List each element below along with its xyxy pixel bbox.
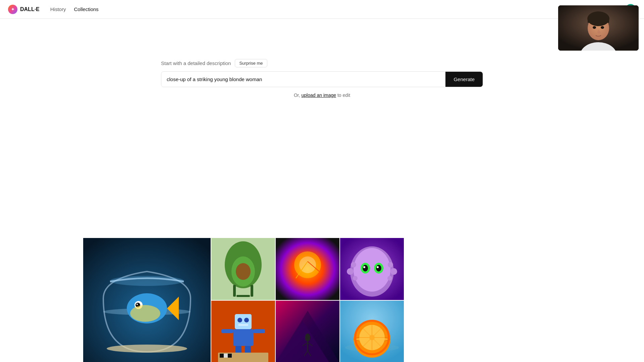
svg-point-46 — [244, 318, 249, 322]
svg-point-76 — [369, 335, 375, 340]
svg-point-45 — [237, 318, 242, 322]
svg-rect-21 — [251, 285, 253, 297]
upload-image-link[interactable]: upload an image — [302, 93, 336, 98]
upload-hint: Or, upload an image to edit — [294, 93, 350, 98]
image-abstract[interactable] — [276, 301, 339, 362]
upload-hint-suffix: to edit — [336, 93, 350, 98]
svg-point-35 — [390, 268, 397, 275]
svg-point-32 — [347, 268, 354, 275]
svg-rect-48 — [233, 329, 253, 346]
svg-rect-56 — [224, 354, 228, 358]
svg-point-41 — [363, 266, 365, 268]
image-explosion[interactable] — [276, 238, 339, 300]
svg-point-60 — [305, 334, 310, 342]
image-robot[interactable] — [211, 301, 275, 362]
svg-point-13 — [137, 304, 138, 305]
svg-rect-55 — [228, 354, 232, 358]
image-grid — [83, 238, 644, 362]
upload-hint-prefix: Or, — [294, 93, 302, 98]
svg-rect-47 — [238, 324, 248, 326]
svg-point-15 — [107, 345, 187, 353]
svg-point-34 — [388, 262, 393, 267]
prompt-label: Start with a detailed description — [161, 60, 231, 66]
webcam-overlay — [558, 5, 639, 51]
svg-point-5 — [593, 26, 596, 29]
svg-point-40 — [376, 265, 381, 272]
image-orange[interactable] — [340, 301, 404, 362]
svg-rect-44 — [235, 314, 252, 329]
svg-rect-22 — [236, 295, 250, 297]
prompt-section: Start with a detailed description Surpri… — [161, 59, 483, 98]
svg-rect-54 — [220, 354, 224, 358]
svg-point-36 — [387, 276, 392, 281]
image-purple-creature[interactable] — [340, 238, 404, 300]
svg-rect-50 — [253, 329, 265, 333]
nav-history[interactable]: History — [50, 6, 66, 12]
svg-point-14 — [130, 305, 160, 322]
header: ✦ DALL·E History Collections ••• A — [0, 0, 644, 19]
svg-point-9 — [110, 276, 184, 286]
nav-collections[interactable]: Collections — [74, 6, 98, 12]
webcam-video — [558, 5, 639, 51]
svg-point-30 — [354, 248, 390, 292]
svg-point-25 — [299, 256, 316, 273]
prompt-input-row: Generate — [161, 71, 483, 87]
svg-point-39 — [363, 265, 368, 272]
nav: History Collections — [50, 6, 99, 12]
svg-rect-20 — [233, 285, 236, 297]
svg-point-19 — [236, 263, 251, 280]
svg-rect-49 — [221, 329, 233, 333]
svg-rect-4 — [588, 19, 609, 23]
dalle-logo-icon: ✦ — [8, 5, 17, 14]
svg-point-31 — [351, 262, 356, 267]
image-avocado[interactable] — [211, 238, 275, 300]
image-fish[interactable] — [83, 238, 211, 362]
logo-area: ✦ DALL·E — [8, 5, 40, 14]
svg-point-6 — [601, 26, 604, 29]
prompt-input[interactable] — [161, 72, 445, 87]
main-content: Start with a detailed description Surpri… — [0, 19, 644, 98]
svg-point-33 — [353, 276, 358, 281]
svg-point-42 — [377, 266, 379, 268]
prompt-label-row: Start with a detailed description Surpri… — [161, 59, 267, 67]
surprise-button[interactable]: Surprise me — [235, 59, 267, 67]
generate-button[interactable]: Generate — [445, 72, 483, 87]
app-name: DALL·E — [20, 6, 40, 12]
